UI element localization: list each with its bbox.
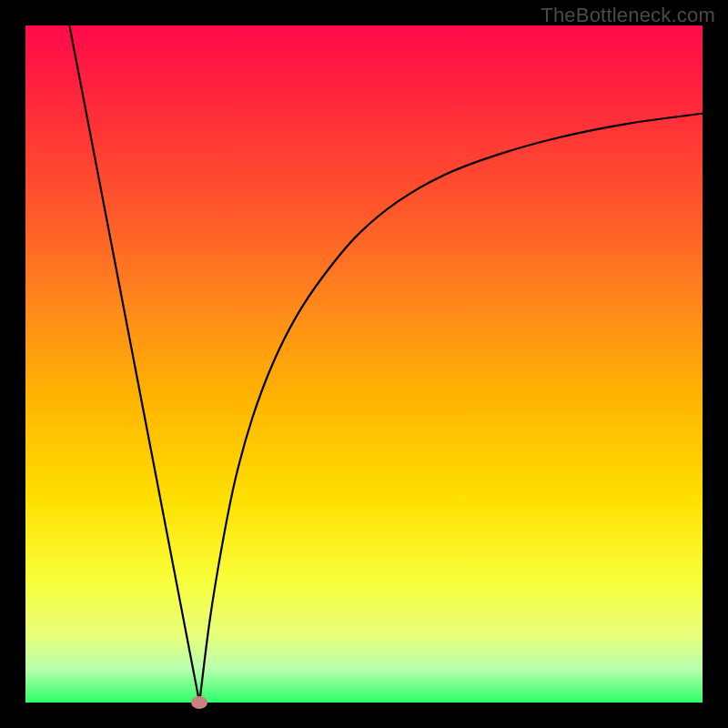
watermark-text: TheBottleneck.com	[541, 4, 715, 27]
min-marker	[191, 696, 207, 709]
curve-path	[69, 25, 703, 703]
plot-area	[25, 25, 703, 703]
chart-frame: TheBottleneck.com	[0, 0, 728, 728]
bottleneck-curve	[25, 25, 703, 703]
